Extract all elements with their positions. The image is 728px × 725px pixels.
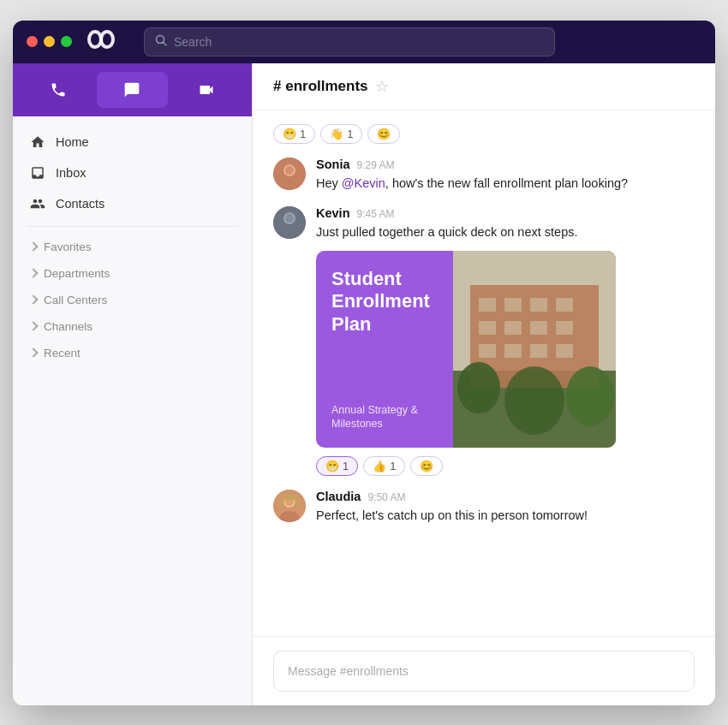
sidebar-item-favorites[interactable]: Favorites (13, 234, 252, 260)
chevron-icon (28, 294, 38, 304)
call-centers-label: Call Centers (44, 294, 107, 306)
message-row: Sonia 9:29 AM Hey @Kevin, how's the new … (273, 157, 695, 193)
sidebar-item-recent[interactable]: Recent (13, 340, 252, 366)
sidebar-item-inbox[interactable]: Inbox (13, 157, 252, 188)
reaction-count: 1 (300, 128, 306, 140)
svg-rect-18 (504, 298, 522, 312)
reaction-count: 1 (390, 460, 396, 472)
message-header: Sonia 9:29 AM (316, 157, 695, 171)
message-row: Claudia 9:50 AM Perfect, let's catch up … (273, 490, 695, 526)
message-author: Sonia (316, 157, 349, 171)
emoji: 😁 (283, 128, 296, 140)
reaction-pill-thumbs[interactable]: 👍 1 (363, 456, 405, 476)
avatar-claudia (273, 490, 306, 522)
message-text: Perfect, let's catch up on this in perso… (316, 507, 695, 526)
svg-rect-28 (556, 344, 573, 358)
attachment-left: Student Enrollment Plan Annual Strategy … (316, 251, 453, 448)
reaction-pill-smile[interactable]: 😊 (410, 456, 443, 476)
chat-area: # enrollments ☆ 😁 1 👋 1 😊 (253, 63, 715, 705)
reaction-count: 1 (347, 128, 353, 140)
reaction-count: 1 (343, 460, 349, 472)
search-icon (155, 34, 167, 50)
traffic-lights (27, 36, 72, 47)
message-body: Sonia 9:29 AM Hey @Kevin, how's the new … (316, 157, 695, 193)
svg-rect-19 (530, 298, 547, 312)
reaction-pill-grin[interactable]: 😁 1 (316, 456, 358, 476)
main-content: Home Inbox Contact (13, 63, 715, 705)
message-author: Kevin (316, 206, 350, 220)
svg-rect-23 (530, 321, 547, 335)
reaction-pill[interactable]: 😁 1 (273, 124, 315, 144)
maximize-button[interactable] (61, 36, 72, 47)
message-header: Claudia 9:50 AM (316, 490, 695, 503)
search-placeholder: Search (174, 35, 212, 49)
chevron-icon (28, 268, 38, 277)
sidebar-item-home[interactable]: Home (13, 127, 252, 157)
favorites-label: Favorites (44, 241, 92, 253)
svg-point-3 (103, 33, 111, 45)
inbox-icon (30, 165, 45, 181)
message-author: Claudia (316, 490, 361, 503)
svg-rect-27 (530, 344, 547, 358)
search-bar[interactable]: Search (144, 27, 555, 56)
svg-rect-25 (479, 344, 496, 358)
svg-rect-17 (479, 298, 496, 312)
app-logo (86, 27, 116, 56)
sidebar-item-contacts[interactable]: Contacts (13, 188, 252, 219)
sidebar-item-departments[interactable]: Departments (13, 260, 252, 287)
chat-tab[interactable] (97, 72, 167, 108)
sidebar-toolbar (13, 63, 252, 116)
sidebar-item-channels[interactable]: Channels (13, 313, 252, 340)
emoji: 👋 (330, 128, 343, 140)
message-row: Kevin 9:45 AM Just pulled together a qui… (273, 206, 695, 476)
svg-point-2 (91, 33, 99, 45)
chat-header: # enrollments ☆ (253, 63, 715, 110)
svg-rect-20 (556, 298, 573, 312)
sidebar-item-contacts-label: Contacts (56, 197, 104, 211)
attachment-card[interactable]: Student Enrollment Plan Annual Strategy … (316, 251, 616, 448)
star-icon[interactable]: ☆ (375, 77, 389, 96)
sidebar: Home Inbox Contact (13, 63, 253, 705)
svg-point-9 (285, 166, 294, 175)
reaction-pill[interactable]: 👋 1 (320, 124, 362, 144)
messages-list: 😁 1 👋 1 😊 (253, 110, 715, 636)
svg-point-13 (285, 214, 294, 223)
svg-point-38 (295, 496, 300, 507)
sidebar-item-call-centers[interactable]: Call Centers (13, 287, 252, 313)
svg-rect-26 (504, 344, 522, 358)
video-tab[interactable] (171, 72, 242, 108)
attachment-title: Student Enrollment Plan (331, 268, 438, 336)
emoji: 👍 (373, 460, 386, 472)
phone-tab[interactable] (23, 72, 93, 108)
svg-rect-24 (556, 321, 573, 335)
message-time: 9:50 AM (367, 491, 405, 503)
attachment-subtitle: Annual Strategy & Milestones (331, 403, 438, 431)
mention: @Kevin (342, 176, 385, 190)
departments-label: Departments (44, 267, 110, 280)
reaction-row-top: 😁 1 👋 1 😊 (273, 124, 695, 144)
emoji: 😊 (377, 128, 391, 140)
message-header: Kevin 9:45 AM (316, 206, 695, 220)
svg-point-29 (457, 362, 500, 413)
reaction-pill[interactable]: 😊 (367, 124, 400, 144)
home-icon (30, 134, 45, 150)
avatar-sonia (273, 157, 306, 190)
close-button[interactable] (27, 36, 38, 47)
sidebar-nav: Home Inbox Contact (13, 116, 252, 377)
app-window: Search (13, 21, 715, 705)
svg-point-37 (279, 496, 284, 507)
svg-point-30 (566, 366, 614, 426)
message-time: 9:29 AM (356, 159, 394, 171)
svg-point-36 (283, 494, 296, 501)
avatar-kevin (273, 206, 306, 239)
titlebar: Search (13, 21, 715, 63)
nav-divider (27, 226, 238, 227)
message-text: Hey @Kevin, how's the new fall enrollmen… (316, 175, 695, 193)
building-image (453, 251, 616, 448)
chevron-icon (28, 241, 38, 251)
minimize-button[interactable] (44, 36, 55, 47)
attachment-image (453, 251, 616, 448)
message-input-placeholder: Message #enrollments (288, 664, 409, 678)
message-input[interactable]: Message #enrollments (273, 651, 695, 692)
message-text: Just pulled together a quick deck on nex… (316, 223, 695, 242)
